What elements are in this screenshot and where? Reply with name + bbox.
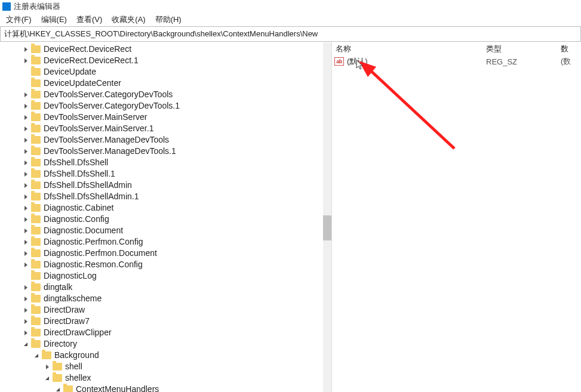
tree-node[interactable]: DirectDraw7 (0, 316, 331, 327)
registry-tree[interactable]: DeviceRect.DeviceRectDeviceRect.DeviceRe… (0, 42, 331, 392)
tree-node-label: Diagnostic.Resmon.Config (44, 259, 143, 270)
expand-icon[interactable] (43, 363, 51, 371)
expand-icon[interactable] (21, 181, 30, 190)
folder-icon (63, 385, 73, 392)
tree-node-label: DirectDrawClipper (44, 327, 112, 338)
expand-icon[interactable] (21, 261, 30, 269)
folder-icon (31, 215, 41, 223)
tree-node[interactable]: Diagnostic.Document (0, 225, 331, 236)
tree-scrollbar[interactable] (323, 42, 331, 392)
tree-node[interactable]: DevToolsServer.ManageDevTools.1 (0, 146, 331, 157)
tree-node[interactable]: DiagnosticLog (0, 270, 331, 282)
expand-icon[interactable] (21, 159, 30, 167)
tree-node[interactable]: DevToolsServer.CategoryDevTools.1 (0, 100, 331, 112)
expand-icon[interactable] (21, 193, 30, 201)
folder-icon (31, 283, 41, 291)
title-bar: 注册表编辑器 (0, 0, 581, 13)
folder-icon (31, 159, 41, 166)
expand-icon[interactable] (21, 317, 30, 326)
expand-icon[interactable] (21, 125, 30, 133)
collapse-icon[interactable] (21, 340, 30, 348)
tree-node-label: DirectDraw (44, 304, 85, 316)
collapse-icon[interactable] (54, 385, 62, 393)
tree-node[interactable]: Diagnostic.Resmon.Config (0, 259, 331, 270)
tree-node[interactable]: Background (0, 350, 331, 361)
tree-node-label: Background (54, 350, 99, 361)
tree-node-label: DfsShell.DfsShellAdmin (44, 180, 132, 191)
expand-icon[interactable] (21, 204, 30, 212)
tree-node[interactable]: shell (0, 361, 331, 372)
tree-node[interactable]: dingtalk (0, 282, 331, 293)
expand-icon[interactable] (21, 45, 30, 54)
tree-node[interactable]: Diagnostic.Config (0, 214, 331, 225)
tree-node-label: Diagnostic.Cabinet (44, 202, 114, 214)
value-type: REG_SZ (486, 57, 561, 66)
tree-node[interactable]: Diagnostic.Cabinet (0, 202, 331, 214)
address-bar[interactable]: 计算机\HKEY_CLASSES_ROOT\Directory\Backgrou… (0, 26, 581, 42)
expand-icon[interactable] (21, 113, 30, 122)
expand-icon[interactable] (21, 306, 30, 314)
tree-node-label: DevToolsServer.CategoryDevTools (44, 89, 173, 100)
folder-icon (31, 227, 41, 234)
collapse-icon[interactable] (32, 351, 41, 360)
tree-node[interactable]: Diagnostic.Perfmon.Config (0, 236, 331, 248)
tree-node[interactable]: DeviceRect.DeviceRect (0, 44, 331, 55)
tree-node-label: DfsShell.DfsShellAdmin.1 (44, 191, 139, 202)
expand-icon[interactable] (21, 91, 30, 99)
folder-icon (31, 340, 41, 348)
expand-icon[interactable] (21, 136, 30, 144)
expand-icon[interactable] (21, 227, 30, 235)
tree-node[interactable]: DfsShell.DfsShellAdmin.1 (0, 191, 331, 202)
folder-icon (31, 91, 41, 98)
tree-node[interactable]: DeviceUpdate (0, 66, 331, 78)
menu-view[interactable]: 查看(V) (72, 13, 107, 26)
expand-icon[interactable] (21, 57, 30, 65)
tree-node[interactable]: DevToolsServer.MainServer (0, 112, 331, 123)
tree-node-label: Diagnostic.Document (44, 225, 123, 236)
menu-file[interactable]: 文件(F) (1, 13, 36, 26)
folder-icon (31, 102, 41, 110)
expand-icon[interactable] (21, 329, 30, 337)
tree-node[interactable]: Directory (0, 338, 331, 350)
expand-icon[interactable] (21, 170, 30, 178)
scrollbar-thumb[interactable] (323, 215, 331, 240)
folder-icon (31, 306, 41, 314)
collapse-icon[interactable] (43, 374, 51, 382)
tree-node[interactable]: ContextMenuHandlers (0, 384, 331, 392)
tree-node[interactable]: Diagnostic.Perfmon.Document (0, 248, 331, 259)
expand-icon[interactable] (21, 283, 30, 292)
tree-node[interactable]: shellex (0, 372, 331, 384)
col-name[interactable]: 名称 (332, 44, 486, 55)
tree-node-label: Directory (44, 338, 77, 350)
expand-icon[interactable] (21, 238, 30, 246)
tree-pane[interactable]: DeviceRect.DeviceRectDeviceRect.DeviceRe… (0, 42, 332, 392)
tree-node[interactable]: DfsShell.DfsShell (0, 157, 331, 168)
address-path: 计算机\HKEY_CLASSES_ROOT\Directory\Backgrou… (4, 29, 318, 39)
expand-icon[interactable] (21, 215, 30, 224)
folder-icon (31, 57, 41, 64)
tree-node-label: DevToolsServer.ManageDevTools (44, 134, 169, 146)
tree-node[interactable]: DirectDrawClipper (0, 327, 331, 338)
value-pane[interactable]: 名称 类型 数 ab (默认) REG_SZ (数 (332, 42, 581, 392)
tree-node[interactable]: DfsShell.DfsShell.1 (0, 168, 331, 180)
value-row-default[interactable]: ab (默认) REG_SZ (数 (332, 55, 581, 67)
menu-fav[interactable]: 收藏夹(A) (107, 13, 150, 26)
no-expand-icon (21, 272, 30, 280)
col-data[interactable]: 数 (561, 44, 581, 55)
expand-icon[interactable] (21, 147, 30, 156)
expand-icon[interactable] (21, 102, 30, 110)
col-type[interactable]: 类型 (486, 44, 561, 55)
tree-node[interactable]: DirectDraw (0, 304, 331, 316)
expand-icon[interactable] (21, 295, 30, 303)
tree-node[interactable]: DfsShell.DfsShellAdmin (0, 180, 331, 191)
tree-node[interactable]: DevToolsServer.MainServer.1 (0, 123, 331, 134)
tree-node-label: DeviceRect.DeviceRect (44, 44, 131, 55)
tree-node[interactable]: DevToolsServer.CategoryDevTools (0, 89, 331, 100)
tree-node[interactable]: dingtalkscheme (0, 293, 331, 304)
tree-node[interactable]: DeviceRect.DeviceRect.1 (0, 55, 331, 66)
menu-edit[interactable]: 编辑(E) (36, 13, 72, 26)
tree-node[interactable]: DeviceUpdateCenter (0, 78, 331, 89)
menu-help[interactable]: 帮助(H) (150, 13, 186, 26)
expand-icon[interactable] (21, 249, 30, 258)
tree-node[interactable]: DevToolsServer.ManageDevTools (0, 134, 331, 146)
